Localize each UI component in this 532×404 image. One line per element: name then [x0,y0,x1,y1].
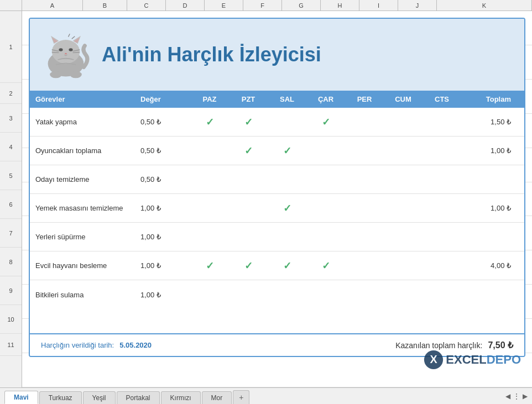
td-paz[interactable]: ✓ [190,255,229,276]
td-paz[interactable] [190,175,229,184]
table-row: Yatak yapma0,50 ₺✓✓✓1,50 ₺ [30,108,524,137]
td-cts[interactable] [423,261,461,270]
table-row: Yerleri süpürme1,00 ₺ [30,223,524,251]
td-cum[interactable] [384,290,423,299]
table-row: Oyuncakları toplama0,50 ₺✓✓1,00 ₺ [30,137,524,165]
col-f: F [243,0,282,11]
tab-kirmizi[interactable]: Kırmızı [161,391,201,404]
td-paz[interactable] [190,233,229,242]
td-pzt[interactable] [229,290,268,299]
tab-yesil[interactable]: Yeşil [83,391,116,404]
footer-total-label: Kazanılan toplam harçlık: [395,341,482,350]
td-sal[interactable]: ✓ [268,255,306,276]
svg-line-16 [72,36,75,39]
td-per[interactable] [345,261,384,270]
td-cum[interactable] [384,233,423,242]
td-car[interactable] [306,175,345,184]
td-cts[interactable] [423,146,461,155]
tab-nav-right[interactable]: ▶ [523,392,528,400]
th-car: ÇAR [306,91,345,108]
td-pzt[interactable]: ✓ [229,255,268,276]
td-car[interactable] [306,204,345,213]
tab-turkuaz[interactable]: Turkuaz [39,391,82,404]
td-cum[interactable] [384,146,423,155]
td-sal[interactable] [268,175,306,184]
tab-nav-dots[interactable]: ⋮ [513,392,520,401]
td-per[interactable] [345,175,384,184]
tab-mavi[interactable]: Mavi [4,391,38,404]
tab-mor[interactable]: Mor [202,391,232,404]
td-cts[interactable] [423,175,461,184]
main-card: Ali'nin Harçlık İzleyicisi Görevler Değe… [29,18,525,357]
th-cts: CTS [423,91,461,108]
row-numbers: 1 2 3 4 5 6 7 8 9 10 11 [0,11,22,387]
td-cum[interactable] [384,261,423,270]
td-car[interactable] [306,233,345,242]
th-toplam: Toplam [461,91,517,108]
tab-portakal[interactable]: Portakal [117,391,160,404]
td-per[interactable] [345,118,384,127]
td-pzt[interactable] [229,204,268,213]
watermark: X EXCELDEPO [424,350,521,370]
td-cts[interactable] [423,204,461,213]
svg-point-14 [70,71,82,78]
td-cts[interactable] [423,290,461,299]
td-sal[interactable] [268,118,306,127]
td-car[interactable]: ✓ [306,112,345,133]
row-num-7: 7 [0,219,22,248]
td-pzt[interactable] [229,233,268,242]
row-num-8: 8 [0,248,22,276]
td-pzt[interactable] [229,175,268,184]
td-value: 0,50 ₺ [135,142,190,159]
td-sal[interactable] [268,290,306,299]
td-car[interactable] [306,290,345,299]
td-per[interactable] [345,204,384,213]
footer-right: Kazanılan toplam harçlık: 7,50 ₺ [395,340,513,350]
td-per[interactable] [345,233,384,242]
td-total: 1,00 ₺ [461,200,517,217]
td-per[interactable] [345,146,384,155]
td-sal[interactable]: ✓ [268,198,306,219]
td-paz[interactable] [190,146,229,155]
svg-text:X: X [430,353,438,365]
col-j: J [398,0,437,11]
td-cts[interactable] [423,233,461,242]
td-cum[interactable] [384,204,423,213]
card-title: Ali'nin Harçlık İzleyicisi [102,43,321,66]
td-task: Yemek masasını temizleme [30,200,135,217]
footer-total-value: 7,50 ₺ [488,340,513,350]
table-body: Yatak yapma0,50 ₺✓✓✓1,50 ₺Oyuncakları to… [30,108,524,333]
td-paz[interactable] [190,290,229,299]
th-paz: PAZ [190,91,229,108]
tab-nav-left[interactable]: ◀ [505,392,510,400]
td-cum[interactable] [384,175,423,184]
table-row: Bitkileri sulama1,00 ₺ [30,280,524,309]
check-icon: ✓ [322,260,330,271]
footer-date-label: Harçlığın verildiği tarih: [41,341,114,349]
td-car[interactable] [306,146,345,155]
td-paz[interactable] [190,204,229,213]
check-icon: ✓ [244,260,253,271]
td-sal[interactable] [268,233,306,242]
td-value: 0,50 ₺ [135,171,190,188]
td-total: 1,00 ₺ [461,142,517,159]
td-value: 1,00 ₺ [135,228,190,245]
td-pzt[interactable]: ✓ [229,140,268,161]
td-paz[interactable]: ✓ [190,112,229,133]
td-car[interactable]: ✓ [306,255,345,276]
col-d: D [166,0,205,11]
th-per: PER [345,91,384,108]
td-value: 1,00 ₺ [135,286,190,303]
col-h: H [321,0,359,11]
td-sal[interactable]: ✓ [268,140,306,161]
table-row: Odayı temizleme0,50 ₺ [30,165,524,194]
td-value: 0,50 ₺ [135,113,190,130]
td-pzt[interactable]: ✓ [229,112,268,133]
td-cts[interactable] [423,118,461,127]
exceldepo-logo-icon: X [424,350,444,370]
td-per[interactable] [345,290,384,299]
check-icon: ✓ [244,145,253,156]
tab-add-button[interactable]: + [233,390,249,404]
row-num-11: 11 [0,334,22,356]
td-cum[interactable] [384,118,423,127]
